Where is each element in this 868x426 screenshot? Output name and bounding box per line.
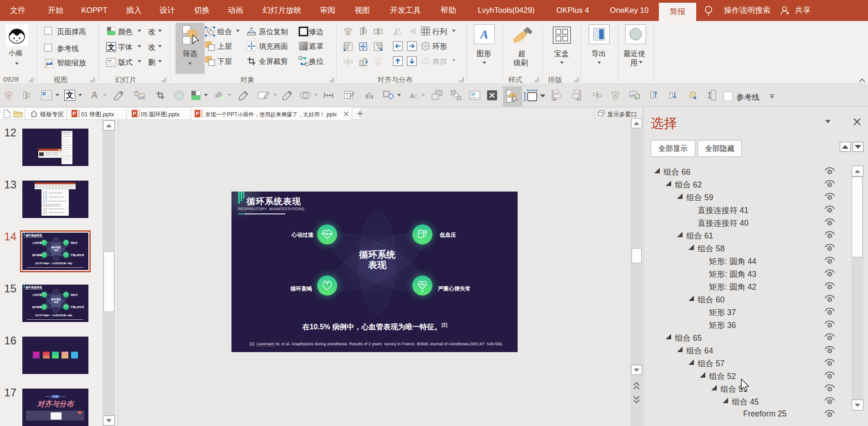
svg-text:A: A <box>43 92 46 95</box>
svg-text:P: P <box>72 111 76 116</box>
svg-text:文: 文 <box>107 43 115 51</box>
svg-text:A: A <box>479 28 488 41</box>
svg-text:P: P <box>133 111 136 116</box>
svg-text:P: P <box>195 111 199 116</box>
